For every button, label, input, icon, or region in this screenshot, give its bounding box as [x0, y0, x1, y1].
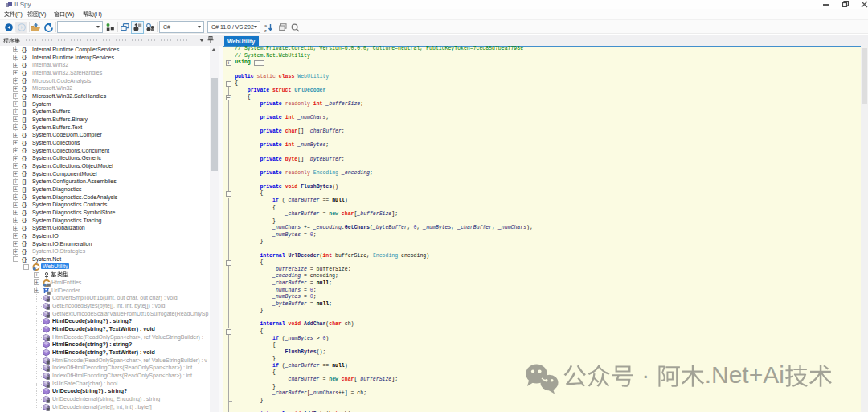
- svg-text:z: z: [264, 27, 267, 32]
